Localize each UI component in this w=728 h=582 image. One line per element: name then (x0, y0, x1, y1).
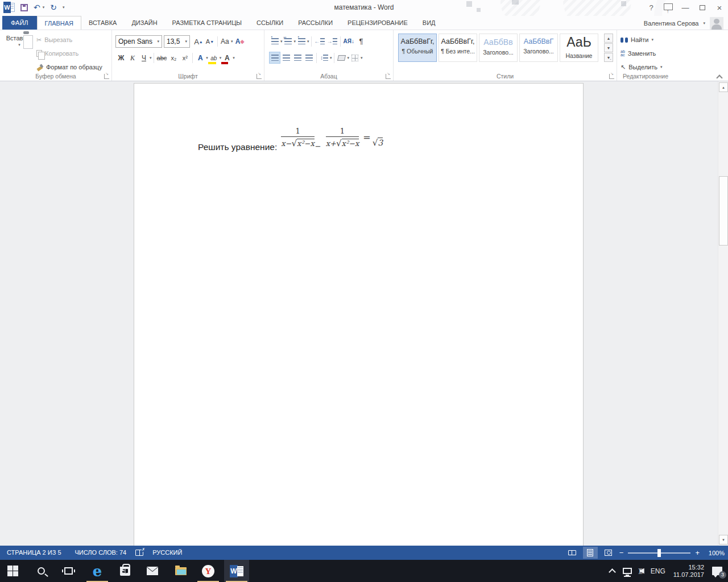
format-painter-button[interactable]: Формат по образцу (36, 61, 102, 73)
find-button[interactable]: Найти ▾ (621, 34, 653, 45)
tab-home[interactable]: ГЛАВНАЯ (37, 16, 81, 30)
line-spacing-button[interactable]: ↕ (318, 52, 330, 64)
increase-indent-button[interactable]: → (326, 35, 338, 47)
text-effects-button[interactable]: A (195, 52, 206, 64)
store-taskbar-button[interactable] (113, 560, 138, 582)
word-count[interactable]: ЧИСЛО СЛОВ: 74 (68, 546, 134, 560)
highlight-button[interactable]: ab (208, 52, 220, 64)
network-icon[interactable] (623, 568, 632, 574)
proofing-errors-icon[interactable] (135, 550, 143, 556)
grow-font-button[interactable]: A▲ (193, 36, 204, 48)
font-family-combobox[interactable]: Open Sans▾ (115, 35, 162, 48)
read-mode-button[interactable] (565, 547, 580, 559)
styles-dialog-launcher-icon[interactable] (609, 74, 614, 79)
justify-button[interactable] (303, 52, 315, 64)
sort-button[interactable]: АЯ↓ (342, 35, 355, 47)
scroll-up-icon[interactable]: ▲ (719, 82, 728, 92)
ribbon-display-options-icon[interactable] (660, 0, 677, 16)
scrollbar-thumb[interactable] (719, 176, 728, 246)
tray-expand-icon[interactable] (609, 568, 616, 576)
styles-scroll-up-icon[interactable]: ▲ (604, 34, 613, 43)
select-dropdown-icon[interactable]: ▾ (660, 65, 663, 69)
user-dropdown-icon[interactable]: ▾ (703, 21, 705, 26)
notification-center-icon[interactable]: 3 (712, 567, 722, 575)
tab-page-layout[interactable]: РАЗМЕТКА СТРАНИЦЫ (165, 16, 249, 30)
bold-button[interactable]: Ж (115, 52, 127, 64)
tab-mailings[interactable]: РАССЫЛКИ (291, 16, 340, 30)
clear-formatting-button[interactable]: A◆ (234, 36, 246, 48)
font-color-button[interactable]: A (221, 52, 233, 64)
styles-scroll-down-icon[interactable]: ▼ (604, 43, 613, 52)
restore-icon[interactable] (694, 0, 711, 16)
multilevel-list-button[interactable] (296, 35, 307, 47)
shrink-font-button[interactable]: A▼ (204, 36, 216, 48)
underline-dropdown-icon[interactable]: ▾ (150, 56, 152, 60)
tab-references[interactable]: ССЫЛКИ (249, 16, 291, 30)
zoom-slider[interactable] (628, 552, 690, 554)
user-account[interactable]: Валентина Серова ▾ (644, 17, 723, 30)
paragraph-dialog-launcher-icon[interactable] (386, 74, 391, 79)
show-hide-marks-button[interactable]: ¶ (355, 35, 367, 47)
collapse-ribbon-icon[interactable] (717, 75, 722, 78)
start-button[interactable] (0, 560, 25, 582)
search-button[interactable] (28, 560, 53, 582)
find-dropdown-icon[interactable]: ▾ (651, 38, 653, 42)
page-indicator[interactable]: СТРАНИЦА 2 ИЗ 5 (0, 546, 68, 560)
font-size-combobox[interactable]: 13,5▾ (164, 35, 190, 48)
keyboard-language[interactable]: ENG (651, 567, 665, 575)
multilevel-dropdown-icon[interactable]: ▾ (307, 39, 309, 44)
clock[interactable]: 15:32 11.07.2017 (673, 564, 704, 579)
subscript-button[interactable]: x₂ (168, 52, 179, 64)
copy-button[interactable]: Копировать (36, 48, 78, 59)
zoom-level[interactable]: 100% (704, 550, 725, 556)
underline-button[interactable]: Ч (138, 52, 150, 64)
decrease-indent-button[interactable]: ← (313, 35, 326, 47)
borders-dropdown-icon[interactable]: ▾ (361, 56, 363, 60)
web-layout-button[interactable] (601, 547, 616, 559)
align-center-button[interactable] (280, 52, 292, 64)
mail-taskbar-button[interactable] (140, 560, 165, 582)
edge-taskbar-button[interactable]: e (85, 560, 110, 582)
zoom-slider-thumb[interactable] (657, 549, 661, 557)
word-taskbar-button[interactable]: W (224, 560, 249, 582)
styles-gallery-more-icon[interactable]: ▼̱ (604, 53, 613, 62)
tab-review[interactable]: РЕЦЕНЗИРОВАНИЕ (340, 16, 415, 30)
align-right-button[interactable] (292, 52, 303, 64)
style-heading1[interactable]: АаБбВв Заголово... (479, 34, 518, 62)
cut-button[interactable]: ✂ Вырезать (36, 34, 72, 45)
vertical-scrollbar[interactable]: ▲ ▼ (718, 81, 728, 546)
font-color-dropdown-icon[interactable]: ▾ (233, 56, 235, 60)
style-heading2[interactable]: АаБбВвГ Заголово... (519, 34, 558, 62)
numbering-button[interactable] (283, 35, 294, 47)
line-spacing-dropdown-icon[interactable]: ▾ (330, 56, 332, 60)
zoom-out-button[interactable]: − (619, 547, 624, 559)
task-view-button[interactable] (56, 560, 81, 582)
paste-button[interactable]: Вставить ▾ (5, 33, 34, 76)
tab-insert[interactable]: ВСТАВКА (81, 16, 124, 30)
clipboard-dialog-launcher-icon[interactable] (104, 74, 109, 79)
change-case-button[interactable]: Aa ▾ (220, 36, 234, 48)
replace-button[interactable]: abac Заменить (621, 48, 656, 59)
zoom-in-button[interactable]: + (695, 547, 700, 559)
select-button[interactable]: ↖ Выделить ▾ (621, 61, 662, 73)
document-page[interactable]: Решить уравнение: 1 x−√x²−x − 1 x+√x²−x … (134, 83, 584, 546)
style-normal[interactable]: АаБбВвГг, ¶ Обычный (398, 34, 437, 62)
italic-button[interactable]: К (127, 52, 138, 64)
chevron-down-icon[interactable]: ▾ (185, 39, 187, 44)
style-no-spacing[interactable]: АаБбВвГг, ¶ Без инте... (439, 34, 477, 62)
font-dialog-launcher-icon[interactable] (257, 74, 262, 79)
align-left-button[interactable] (269, 52, 280, 64)
yandex-taskbar-button[interactable]: Y (196, 560, 221, 582)
minimize-icon[interactable]: — (677, 0, 694, 16)
print-layout-button[interactable] (583, 547, 598, 559)
bullets-button[interactable] (269, 35, 280, 47)
avatar[interactable] (710, 17, 723, 30)
tab-file[interactable]: ФАЙЛ (2, 16, 37, 30)
help-icon[interactable]: ? (643, 0, 660, 16)
tab-design[interactable]: ДИЗАЙН (124, 16, 164, 30)
style-title[interactable]: АаЬ Название (560, 34, 598, 62)
superscript-button[interactable]: x² (179, 52, 191, 64)
chevron-down-icon[interactable]: ▾ (157, 39, 159, 44)
volume-button[interactable]: ))) (640, 568, 643, 574)
scroll-down-icon[interactable]: ▼ (719, 535, 728, 544)
